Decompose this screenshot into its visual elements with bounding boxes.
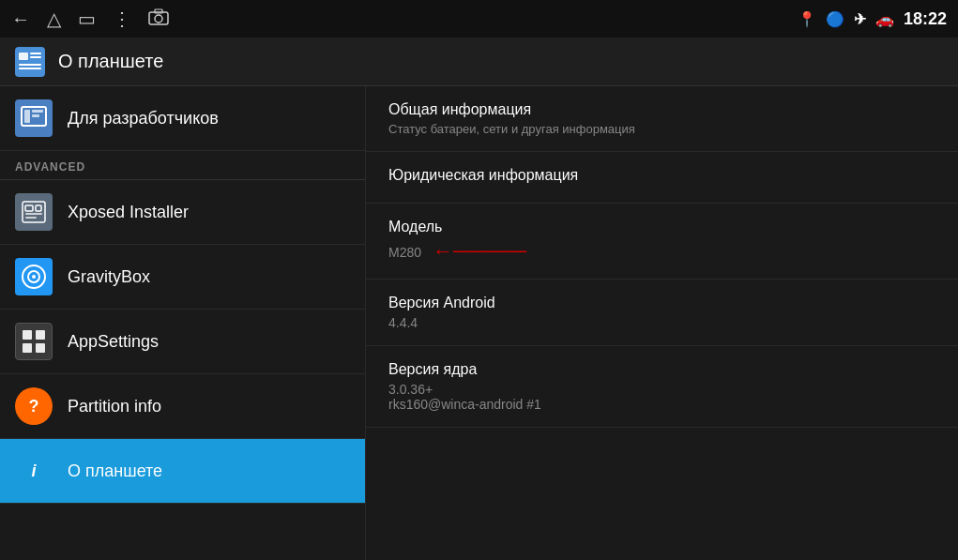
developer-icon [15, 99, 53, 137]
red-arrow-icon: ←───── [433, 239, 526, 264]
model-value: M280 [388, 245, 421, 260]
svg-rect-10 [32, 110, 43, 113]
android-title: Версия Android [388, 295, 935, 311]
sidebar-item-about[interactable]: i О планшете [0, 439, 365, 504]
svg-point-19 [32, 275, 36, 279]
appsettings-icon [15, 323, 53, 360]
title-icon [15, 47, 45, 77]
svg-rect-15 [25, 217, 37, 219]
svg-rect-3 [19, 53, 28, 60]
home-icon[interactable]: △ [47, 8, 61, 30]
svg-rect-21 [36, 330, 45, 340]
main-content: Для разработчиков ADVANCED Xposed Instal… [0, 86, 958, 560]
sidebar-item-xposed[interactable]: Xposed Installer [0, 180, 365, 245]
svg-rect-4 [30, 53, 41, 54]
svg-text:?: ? [29, 397, 39, 416]
about-icon: i [15, 452, 53, 490]
recents-icon[interactable]: ▭ [78, 8, 96, 30]
svg-rect-11 [32, 114, 39, 117]
kernel-title: Версия ядра [388, 361, 935, 378]
car-icon: 🚗 [875, 10, 894, 28]
info-legal[interactable]: Юридическая информация [366, 152, 958, 204]
location-icon: 📍 [798, 10, 816, 28]
sidebar-item-developer[interactable]: Для разработчиков [0, 86, 365, 151]
svg-rect-14 [25, 213, 42, 215]
svg-rect-22 [23, 343, 32, 353]
page-title: О планшете [58, 51, 163, 72]
gravity-label: GravityBox [68, 267, 150, 287]
model-value-container: M280 ←───── [388, 239, 935, 264]
status-bar: ← △ ▭ ⋮ 📍 🔵 ✈ 🚗 18:22 [0, 0, 958, 38]
about-label: О планшете [68, 462, 162, 481]
general-subtitle: Статус батареи, сети и другая информация [388, 122, 935, 136]
partition-icon: ? [15, 387, 53, 425]
xposed-icon [15, 193, 53, 231]
android-value: 4.4.4 [388, 315, 935, 330]
bluetooth-icon: 🔵 [826, 10, 844, 28]
sidebar-item-gravity[interactable]: GravityBox [0, 245, 365, 310]
svg-point-1 [155, 15, 162, 23]
advanced-section-header: ADVANCED [0, 151, 365, 180]
sidebar-item-appsettings[interactable]: AppSettings [0, 310, 365, 374]
developer-label: Для разработчиков [68, 109, 219, 129]
model-title: Модель [388, 219, 935, 235]
gravity-icon [15, 258, 53, 295]
info-android[interactable]: Версия Android 4.4.4 [366, 280, 958, 346]
info-kernel[interactable]: Версия ядра 3.0.36+rks160@winca-android … [366, 346, 958, 428]
svg-rect-13 [25, 205, 33, 211]
svg-rect-23 [36, 343, 45, 353]
title-bar: О планшете [0, 38, 958, 86]
info-model[interactable]: Модель M280 ←───── [366, 204, 958, 280]
back-icon[interactable]: ← [11, 8, 30, 30]
svg-rect-7 [19, 68, 41, 69]
svg-rect-6 [19, 64, 41, 66]
menu-icon[interactable]: ⋮ [113, 8, 131, 30]
appsettings-label: AppSettings [68, 332, 159, 352]
clock: 18:22 [904, 9, 947, 29]
xposed-label: Xposed Installer [68, 203, 189, 222]
camera-icon[interactable] [148, 8, 169, 30]
info-general[interactable]: Общая информация Статус батареи, сети и … [366, 86, 958, 152]
general-title: Общая информация [388, 101, 935, 118]
legal-title: Юридическая информация [388, 167, 935, 184]
nav-icons: ← △ ▭ ⋮ [11, 8, 169, 30]
right-panel: Общая информация Статус батареи, сети и … [366, 86, 958, 560]
sidebar-item-partition[interactable]: ? Partition info [0, 374, 365, 439]
svg-rect-9 [24, 110, 30, 123]
kernel-value: 3.0.36+rks160@winca-android #1 [388, 382, 935, 412]
partition-label: Partition info [68, 397, 161, 416]
svg-rect-16 [36, 205, 41, 211]
airplane-icon: ✈ [854, 10, 866, 28]
status-icons: 📍 🔵 ✈ 🚗 18:22 [798, 9, 947, 29]
svg-rect-20 [23, 330, 32, 340]
sidebar: Для разработчиков ADVANCED Xposed Instal… [0, 86, 366, 560]
svg-rect-5 [30, 56, 41, 58]
